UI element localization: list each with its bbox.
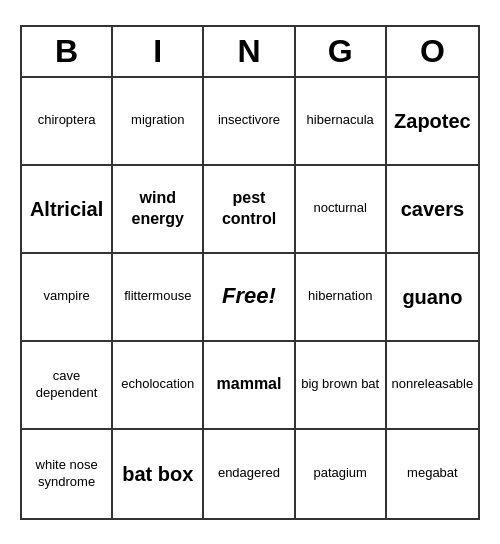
header-letter: I	[113, 27, 204, 76]
bingo-cell: nocturnal	[296, 166, 387, 254]
bingo-cell: cave dependent	[22, 342, 113, 430]
bingo-cell: chiroptera	[22, 78, 113, 166]
bingo-cell: patagium	[296, 430, 387, 518]
header-letter: N	[204, 27, 295, 76]
bingo-card: BINGO chiropteramigrationinsectivorehibe…	[20, 25, 480, 520]
bingo-cell: vampire	[22, 254, 113, 342]
header-letter: O	[387, 27, 478, 76]
bingo-cell: white nose syndrome	[22, 430, 113, 518]
bingo-cell: endagered	[204, 430, 295, 518]
bingo-cell: hibernacula	[296, 78, 387, 166]
bingo-cell: migration	[113, 78, 204, 166]
bingo-cell: big brown bat	[296, 342, 387, 430]
header-letter: B	[22, 27, 113, 76]
bingo-cell: cavers	[387, 166, 478, 254]
bingo-cell: mammal	[204, 342, 295, 430]
bingo-grid: chiropteramigrationinsectivorehibernacul…	[22, 78, 478, 518]
bingo-cell: Free!	[204, 254, 295, 342]
bingo-cell: nonreleasable	[387, 342, 478, 430]
bingo-cell: megabat	[387, 430, 478, 518]
bingo-cell: pest control	[204, 166, 295, 254]
bingo-cell: wind energy	[113, 166, 204, 254]
bingo-cell: flittermouse	[113, 254, 204, 342]
bingo-cell: bat box	[113, 430, 204, 518]
bingo-cell: Zapotec	[387, 78, 478, 166]
bingo-cell: echolocation	[113, 342, 204, 430]
header-letter: G	[296, 27, 387, 76]
bingo-header: BINGO	[22, 27, 478, 78]
bingo-cell: guano	[387, 254, 478, 342]
bingo-cell: insectivore	[204, 78, 295, 166]
bingo-cell: hibernation	[296, 254, 387, 342]
bingo-cell: Altricial	[22, 166, 113, 254]
